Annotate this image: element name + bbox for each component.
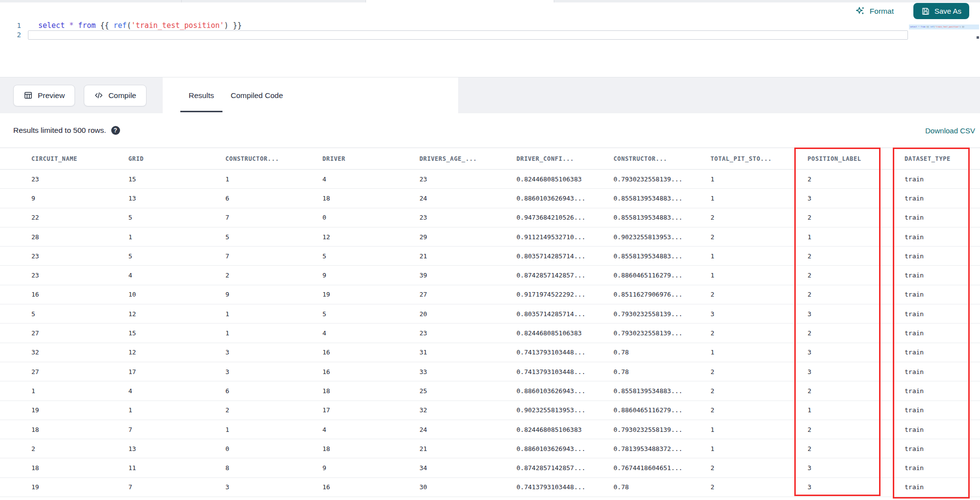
table-cell: 33 bbox=[419, 368, 516, 375]
table-cell: 2 bbox=[225, 272, 322, 279]
line-number-gutter: 12 bbox=[0, 21, 21, 40]
help-icon[interactable]: ? bbox=[111, 126, 120, 135]
table-cell: 0.7413793103448... bbox=[516, 483, 613, 491]
table-cell: 2 bbox=[710, 483, 808, 491]
code-token-plain bbox=[74, 21, 78, 30]
table-cell: 0.8035714285714... bbox=[516, 252, 613, 260]
column-header: TOTAL_PIT_STO... bbox=[710, 155, 808, 162]
table-cell: 2 bbox=[710, 291, 808, 298]
table-row: 23429390.8742857142857...0.8860465116279… bbox=[0, 266, 980, 285]
preview-button[interactable]: Preview bbox=[13, 85, 75, 106]
format-label: Format bbox=[870, 7, 894, 16]
table-cell: 17 bbox=[322, 406, 419, 414]
active-file-tab-edge bbox=[366, 0, 554, 2]
table-cell: 23 bbox=[31, 252, 128, 260]
table-cell: 1 bbox=[710, 349, 808, 356]
table-cell: 0.9023255813953... bbox=[516, 406, 613, 414]
table-cell: 5 bbox=[31, 310, 128, 318]
tab-compiled-code[interactable]: Compiled Code bbox=[222, 77, 292, 113]
column-header: CIRCUIT_NAME bbox=[31, 155, 128, 162]
save-as-button[interactable]: Save As bbox=[913, 3, 969, 19]
table-cell: 2 bbox=[808, 175, 905, 183]
table-cell: 0.8742857142857... bbox=[516, 272, 613, 279]
table-cell: 2 bbox=[710, 464, 808, 472]
table-cell: 1 bbox=[710, 445, 808, 452]
table-cell: train bbox=[905, 445, 980, 452]
table-cell: 3 bbox=[808, 464, 905, 472]
table-cell: 30 bbox=[419, 483, 516, 491]
table-cell: 2 bbox=[31, 445, 128, 452]
table-cell: 20 bbox=[419, 310, 516, 318]
file-tabs-strip bbox=[0, 0, 980, 2]
table-row: 913618240.8860103626943...0.855813953488… bbox=[0, 189, 980, 208]
table-cell: train bbox=[905, 464, 980, 472]
table-row: 3212316310.7413793103448...0.7813train bbox=[0, 343, 980, 362]
tab-results[interactable]: Results bbox=[180, 77, 222, 113]
minimap-marker bbox=[977, 36, 979, 39]
table-cell: 4 bbox=[128, 272, 225, 279]
tab-label: Results bbox=[189, 91, 214, 100]
results-tab-list: ResultsCompiled Code bbox=[163, 77, 458, 113]
row-limit-notice: Results limited to 500 rows. ? bbox=[13, 126, 120, 135]
table-cell: 0.824468085106383 bbox=[516, 175, 613, 183]
table-cell: train bbox=[905, 291, 980, 298]
table-cell: 9 bbox=[31, 195, 128, 202]
table-cell: 31 bbox=[419, 349, 516, 356]
table-cell: 1 bbox=[710, 175, 808, 183]
table-row: 14618250.8860103626943...0.8558139534883… bbox=[0, 381, 980, 400]
table-cell: 2 bbox=[808, 272, 905, 279]
table-cell: 1 bbox=[225, 329, 322, 337]
table-cell: 1 bbox=[710, 426, 808, 433]
table-cell: 24 bbox=[419, 426, 516, 433]
table-cell: 0.7674418604651... bbox=[613, 464, 710, 472]
table-cell: 0.7413793103448... bbox=[516, 368, 613, 375]
table-cell: train bbox=[905, 387, 980, 395]
format-button[interactable]: Format bbox=[852, 5, 897, 17]
table-cell: 18 bbox=[322, 195, 419, 202]
table-cell: 5 bbox=[322, 252, 419, 260]
compile-button[interactable]: Compile bbox=[84, 85, 147, 106]
table-row: 51215200.8035714285714...0.7930232558139… bbox=[0, 304, 980, 324]
table-cell: 0.9171974522292... bbox=[516, 291, 613, 298]
table-row: 18714240.8244680851063830.7930232558139.… bbox=[0, 420, 980, 439]
table-cell: 2 bbox=[710, 406, 808, 414]
column-header: DRIVER bbox=[322, 155, 419, 162]
table-cell: 0.9023255813953... bbox=[613, 233, 710, 241]
table-cell: 3 bbox=[808, 483, 905, 491]
table-cell: 34 bbox=[419, 464, 516, 472]
table-cell: 1 bbox=[710, 252, 808, 260]
minimap-code-line: select * from {{ ref('train_test_positio… bbox=[909, 25, 979, 29]
table-cell: 23 bbox=[419, 175, 516, 183]
table-cell: 23 bbox=[419, 214, 516, 221]
code-token-function: ref bbox=[114, 21, 127, 30]
table-cell: 4 bbox=[322, 175, 419, 183]
table-cell: 0.7930232558139... bbox=[613, 310, 710, 318]
table-cell: 11 bbox=[128, 464, 225, 472]
download-csv-link[interactable]: Download CSV bbox=[925, 126, 975, 135]
code-line-1[interactable]: select * from {{ ref('train_test_positio… bbox=[38, 21, 242, 30]
table-cell: train bbox=[905, 426, 980, 433]
table-cell: 0.7813953488372... bbox=[613, 445, 710, 452]
table-cell: 2 bbox=[808, 291, 905, 298]
preview-label: Preview bbox=[38, 91, 65, 100]
table-cell: 2 bbox=[808, 214, 905, 221]
editor-minimap[interactable]: select * from {{ ref('train_test_positio… bbox=[909, 25, 979, 71]
table-cell: 32 bbox=[31, 349, 128, 356]
results-actions-strip: Preview Compile ResultsCompiled Code bbox=[0, 77, 980, 113]
table-cell: 5 bbox=[128, 214, 225, 221]
table-cell: 4 bbox=[322, 426, 419, 433]
table-cell: 32 bbox=[419, 406, 516, 414]
table-cell: 3 bbox=[808, 368, 905, 375]
table-cell: 17 bbox=[128, 368, 225, 375]
table-cell: 21 bbox=[419, 445, 516, 452]
table-cell: 27 bbox=[31, 329, 128, 337]
column-header: GRID bbox=[128, 155, 225, 162]
code-editor[interactable]: 12 select * from {{ ref('train_test_posi… bbox=[0, 20, 980, 77]
minimap-token: }} bbox=[961, 26, 964, 28]
editor-active-line-box[interactable] bbox=[28, 30, 908, 40]
table-row: 213018210.8860103626943...0.781395348837… bbox=[0, 439, 980, 458]
table-cell: train bbox=[905, 195, 980, 202]
table-cell: 0.78 bbox=[613, 368, 710, 375]
table-cell: 1 bbox=[31, 387, 128, 395]
table-cell: 4 bbox=[128, 387, 225, 395]
